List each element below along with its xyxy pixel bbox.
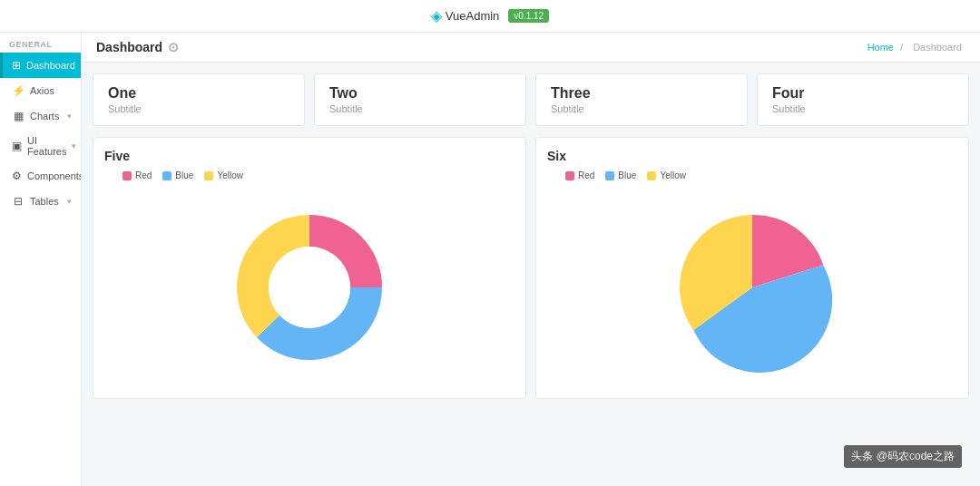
chart-five-title: Five (104, 149, 514, 163)
logo-text: VueAdmin (446, 9, 500, 23)
chevron-icon: ▾ (67, 197, 72, 206)
axios-icon: ⚡ (12, 84, 24, 97)
chart-five-container (104, 188, 514, 387)
charts-row: Five Red Blue Yellow (93, 137, 969, 399)
donut-chart-svg (210, 188, 409, 387)
page-title: Dashboard ⊙ (96, 40, 179, 54)
legend-blue-label: Blue (175, 170, 193, 180)
stat-title: One (108, 85, 289, 102)
legend-red-dot (122, 171, 132, 180)
charts-icon: ▦ (12, 110, 24, 122)
content-body: One Subtitle Two Subtitle Three Subtitle… (82, 63, 980, 486)
stat-title: Four (772, 85, 954, 102)
stat-title: Three (551, 85, 732, 102)
legend-blue-dot (162, 171, 172, 180)
sidebar-section-label: GENERAL (0, 33, 81, 53)
chart-six-title: Six (547, 149, 957, 163)
dashboard-icon: ⊞ (12, 59, 21, 72)
ui-icon: ▣ (12, 140, 22, 152)
stat-subtitle: Subtitle (551, 103, 732, 114)
main-layout: GENERAL ⊞ Dashboard ⚡ Axios ▦ Charts ▾ ▣… (0, 33, 980, 486)
legend-red: Red (122, 170, 152, 180)
legend-yellow-six: Yellow (647, 170, 686, 180)
sidebar-item-label: Axios (30, 85, 72, 96)
stats-row: One Subtitle Two Subtitle Three Subtitle… (93, 73, 969, 126)
stat-card-four: Four Subtitle (757, 73, 969, 126)
tables-icon: ⊟ (12, 195, 24, 208)
legend-yellow-dot-six (647, 171, 656, 180)
donut-hole (269, 247, 350, 328)
stat-card-one: One Subtitle (93, 73, 305, 126)
sidebar-item-tables[interactable]: ⊟ Tables ▾ (0, 189, 81, 214)
sidebar-item-axios[interactable]: ⚡ Axios (0, 78, 81, 103)
legend-yellow-label-six: Yellow (660, 170, 686, 180)
legend-red-label: Red (135, 170, 152, 180)
stat-title: Two (329, 85, 511, 102)
legend-red-six: Red (565, 170, 594, 180)
chevron-icon: ▾ (67, 112, 72, 121)
stat-card-two: Two Subtitle (314, 73, 526, 126)
legend-red-dot-six (565, 171, 574, 180)
chart-five-legend: Red Blue Yellow (122, 170, 514, 180)
sidebar-item-charts[interactable]: ▦ Charts ▾ (0, 103, 81, 129)
sidebar-item-components[interactable]: ⚙ Components ▾ (0, 163, 81, 189)
chart-five: Five Red Blue Yellow (93, 137, 526, 399)
legend-yellow-dot (204, 171, 213, 180)
version-badge: v0.1.12 (508, 9, 549, 23)
vue-logo-icon: ◈ (431, 7, 442, 24)
breadcrumb-current: Dashboard (913, 42, 962, 53)
content-header: Dashboard ⊙ Home / Dashboard (82, 33, 980, 63)
legend-yellow: Yellow (204, 170, 243, 180)
legend-blue-label-six: Blue (618, 170, 636, 180)
github-icon: ⊙ (168, 40, 179, 54)
breadcrumb-separator: / (900, 42, 906, 53)
chevron-icon: ▾ (72, 141, 76, 151)
legend-blue: Blue (162, 170, 193, 180)
legend-blue-dot-six (605, 171, 614, 180)
sidebar-item-label: Charts (30, 111, 62, 122)
chart-six-legend: Red Blue Yellow (565, 170, 957, 180)
legend-red-label-six: Red (578, 170, 594, 180)
sidebar-item-label: Dashboard (26, 60, 75, 71)
chart-six: Six Red Blue Yellow (535, 137, 969, 399)
sidebar-item-ui-features[interactable]: ▣ UI Features ▾ (0, 129, 81, 163)
legend-yellow-label: Yellow (217, 170, 243, 180)
stat-subtitle: Subtitle (329, 103, 511, 114)
stat-card-three: Three Subtitle (535, 73, 748, 126)
breadcrumb: Home / Dashboard (867, 42, 965, 53)
components-icon: ⚙ (12, 170, 22, 182)
topbar: ◈ VueAdmin v0.1.12 (0, 0, 980, 33)
topbar-logo: ◈ VueAdmin v0.1.12 (431, 7, 549, 24)
sidebar-item-label: UI Features (27, 135, 66, 157)
sidebar-item-label: Tables (30, 196, 62, 207)
sidebar-item-label: Components (27, 170, 82, 181)
stat-subtitle: Subtitle (108, 103, 289, 114)
sidebar: GENERAL ⊞ Dashboard ⚡ Axios ▦ Charts ▾ ▣… (0, 33, 82, 486)
content-area: Dashboard ⊙ Home / Dashboard One Subtitl… (82, 33, 980, 486)
legend-blue-six: Blue (605, 170, 636, 180)
pie-chart-svg (652, 188, 852, 387)
stat-subtitle: Subtitle (772, 103, 954, 114)
chart-six-container (547, 188, 957, 387)
sidebar-item-dashboard[interactable]: ⊞ Dashboard (0, 53, 81, 78)
breadcrumb-home-link[interactable]: Home (867, 42, 894, 53)
dashboard-title-text: Dashboard (96, 40, 162, 54)
